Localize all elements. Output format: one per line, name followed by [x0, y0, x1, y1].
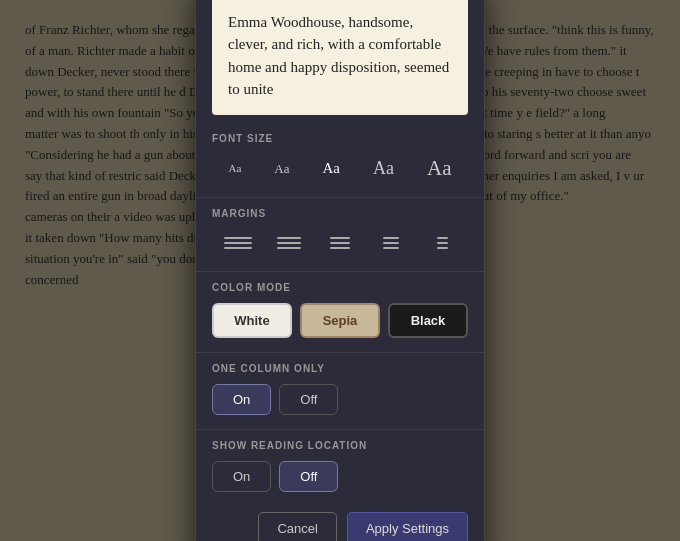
font-size-btn-4[interactable]: Aa: [367, 155, 400, 181]
one-column-off-btn[interactable]: Off: [279, 384, 338, 415]
show-location-toggle-row: On Off: [196, 455, 484, 502]
margin-btn-3[interactable]: [320, 229, 360, 257]
color-mode-white-btn[interactable]: White: [212, 303, 292, 338]
bottom-buttons: Cancel Apply Settings: [196, 502, 484, 542]
apply-settings-button[interactable]: Apply Settings: [347, 512, 468, 542]
font-size-label: FONT SIZE: [196, 127, 484, 148]
cancel-button[interactable]: Cancel: [258, 512, 336, 542]
font-size-btn-5[interactable]: Aa: [421, 154, 458, 183]
color-mode-row: White Sepia Black: [196, 297, 484, 348]
color-mode-label: COLOR MODE: [196, 276, 484, 297]
margin-btn-1[interactable]: [218, 229, 258, 257]
color-mode-black-btn[interactable]: Black: [388, 303, 468, 338]
margin-icon-4: [377, 233, 405, 253]
text-preview: Emma Woodhouse, handsome, clever, and ri…: [212, 0, 468, 115]
color-mode-sepia-btn[interactable]: Sepia: [300, 303, 380, 338]
one-column-label: ONE COLUMN ONLY: [196, 357, 484, 378]
margin-icon-3: [326, 233, 354, 253]
one-column-toggle-row: On Off: [196, 378, 484, 425]
settings-dialog: Emma Woodhouse, handsome, clever, and ri…: [195, 0, 485, 541]
font-size-row: Aa Aa Aa Aa Aa: [196, 148, 484, 193]
margin-icon-5: [428, 233, 456, 253]
show-location-on-btn[interactable]: On: [212, 461, 271, 492]
margins-row: [196, 223, 484, 267]
font-size-btn-3[interactable]: Aa: [317, 157, 347, 180]
font-size-btn-1[interactable]: Aa: [223, 159, 248, 178]
preview-text-content: Emma Woodhouse, handsome, clever, and ri…: [228, 14, 449, 98]
modal-overlay: Emma Woodhouse, handsome, clever, and ri…: [0, 0, 680, 541]
margin-icon-1: [224, 233, 252, 253]
divider-4: [196, 429, 484, 430]
margins-label: MARGINS: [196, 202, 484, 223]
show-location-label: SHOW READING LOCATION: [196, 434, 484, 455]
margin-btn-5[interactable]: [422, 229, 462, 257]
margin-btn-4[interactable]: [371, 229, 411, 257]
margin-icon-2: [275, 233, 303, 253]
divider-3: [196, 352, 484, 353]
show-location-off-btn[interactable]: Off: [279, 461, 338, 492]
margin-btn-2[interactable]: [269, 229, 309, 257]
font-size-btn-2[interactable]: Aa: [268, 158, 295, 179]
one-column-on-btn[interactable]: On: [212, 384, 271, 415]
divider-2: [196, 271, 484, 272]
divider-1: [196, 197, 484, 198]
